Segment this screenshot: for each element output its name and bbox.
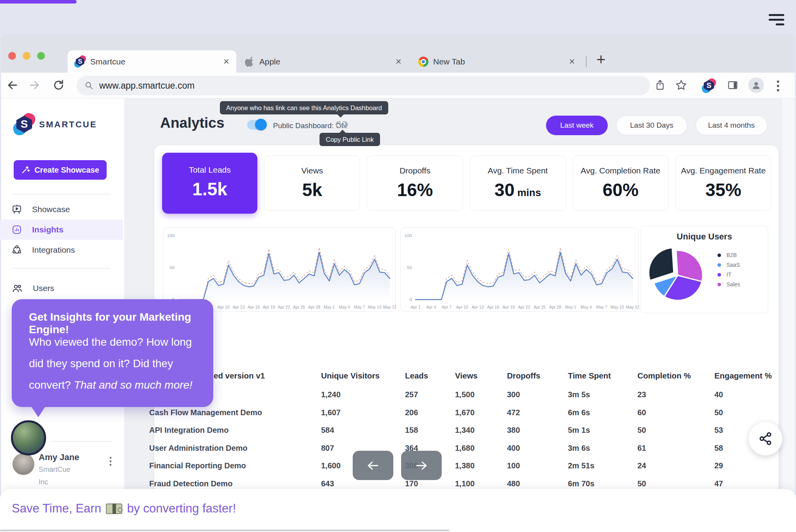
stat-card-views[interactable]: Views 5k bbox=[264, 155, 360, 211]
svg-text:Apr 22: Apr 22 bbox=[518, 305, 530, 309]
metric-cell: 472 bbox=[507, 408, 568, 417]
tab-smartcue[interactable]: S Smartcue × bbox=[68, 50, 236, 73]
stat-label: Avg. Engagement Rate bbox=[681, 166, 766, 175]
stat-value: 60% bbox=[603, 179, 639, 200]
tab-label: Smartcue bbox=[90, 57, 220, 66]
svg-text:May 1: May 1 bbox=[565, 305, 576, 309]
tab-label: New Tab bbox=[433, 57, 565, 66]
table-row[interactable]: API Integration Demo5841581,3403805m 1s5… bbox=[149, 421, 774, 439]
back-button[interactable] bbox=[4, 77, 21, 94]
unique-users-pie-card: Unique Users B2BSaaSITSales bbox=[641, 226, 768, 313]
forward-button[interactable] bbox=[26, 77, 43, 94]
reload-button[interactable] bbox=[50, 77, 67, 94]
address-bar[interactable]: www.app.smartcue.com bbox=[77, 76, 650, 95]
svg-text:Apr 4: Apr 4 bbox=[426, 305, 436, 309]
table-row[interactable]: Cash Flow Management Demo1,6072061,67047… bbox=[149, 404, 774, 422]
tab-new-tab[interactable]: New Tab × bbox=[411, 50, 582, 73]
minimize-window-icon[interactable] bbox=[23, 52, 30, 60]
insights-chart-icon bbox=[12, 225, 22, 235]
apple-logo-icon bbox=[245, 57, 255, 67]
legend-item: Sales bbox=[717, 281, 740, 287]
filter-last-4-months[interactable]: Last 4 months bbox=[696, 116, 767, 135]
next-arrow-button[interactable] bbox=[401, 451, 442, 480]
demo-name-cell: User Administration Demo bbox=[149, 444, 321, 453]
filter-last-30-days[interactable]: Last 30 Days bbox=[616, 116, 687, 135]
stat-label: Views bbox=[301, 166, 323, 175]
profile-divider bbox=[52, 441, 111, 442]
stat-label: Avg. Completion Rate bbox=[581, 166, 660, 175]
column-header: Completion % bbox=[637, 371, 714, 380]
user-avatar-photo[interactable] bbox=[11, 420, 46, 455]
metric-cell: 1,607 bbox=[321, 408, 405, 417]
table-row[interactable]: User Administration Demo8073641,6804003m… bbox=[149, 439, 774, 457]
copy-link-icon[interactable] bbox=[335, 118, 348, 131]
svg-text:50: 50 bbox=[170, 265, 175, 270]
tab-separator bbox=[586, 56, 587, 67]
top-progress-bar bbox=[0, 0, 77, 4]
public-dashboard-toggle[interactable] bbox=[247, 120, 266, 130]
sidebar-item-integrations[interactable]: Integrations bbox=[0, 240, 123, 260]
close-tab-icon[interactable]: × bbox=[223, 55, 229, 68]
table-row[interactable]: 1,2402571,5003003m 5s2340 bbox=[149, 386, 774, 404]
bookmark-star-icon[interactable] bbox=[673, 77, 690, 94]
filter-last-week[interactable]: Last week bbox=[546, 116, 608, 135]
maximize-window-icon[interactable] bbox=[37, 52, 45, 60]
close-tab-icon[interactable]: × bbox=[569, 55, 575, 68]
demo-name-cell: Cash Flow Management Demo bbox=[149, 408, 321, 417]
close-window-icon[interactable] bbox=[8, 52, 16, 60]
legend-label: Sales bbox=[726, 281, 740, 287]
popup-body: Who viewed the demo? How long did they s… bbox=[29, 331, 205, 396]
profile-menu-dots-icon[interactable] bbox=[109, 456, 112, 467]
share-page-icon[interactable] bbox=[651, 77, 669, 94]
sidebar-item-insights[interactable]: Insights bbox=[0, 220, 123, 240]
metric-cell: 643 bbox=[321, 479, 405, 488]
new-tab-button[interactable]: + bbox=[596, 51, 605, 68]
stat-card-avg-engagement-rate[interactable]: Avg. Engagement Rate 35% bbox=[675, 155, 771, 211]
legend-item: IT bbox=[717, 271, 740, 278]
svg-text:May 1: May 1 bbox=[324, 305, 335, 309]
smartcue-extension-icon[interactable]: S bbox=[702, 79, 716, 92]
table-row[interactable]: Financial Reporting Demo1,6003081,380100… bbox=[149, 457, 774, 475]
stat-card-dropoffs[interactable]: Dropoffs 16% bbox=[367, 155, 463, 211]
metric-cell: 2m 51s bbox=[568, 461, 637, 470]
share-nodes-icon bbox=[758, 431, 773, 446]
legend-dot bbox=[717, 254, 721, 257]
column-header: Leads bbox=[405, 371, 455, 380]
close-tab-icon[interactable]: × bbox=[396, 55, 402, 68]
stat-label: Dropoffs bbox=[400, 166, 430, 175]
svg-text:May 4: May 4 bbox=[339, 305, 350, 309]
svg-text:100: 100 bbox=[405, 233, 412, 238]
window-controls[interactable] bbox=[8, 52, 45, 60]
svg-text:Apr 13: Apr 13 bbox=[232, 305, 245, 309]
svg-text:Apr 19: Apr 19 bbox=[503, 305, 515, 309]
browser-profile-avatar[interactable] bbox=[748, 77, 764, 93]
create-showcase-button[interactable]: Create Showcase bbox=[14, 160, 107, 180]
share-fab-button[interactable] bbox=[749, 422, 782, 455]
profile-org-line2: Inc bbox=[39, 478, 48, 486]
metric-cell: 584 bbox=[321, 426, 405, 435]
demo-name-cell: Financial Reporting Demo bbox=[149, 461, 321, 470]
svg-text:May 10: May 10 bbox=[610, 305, 624, 309]
prev-arrow-button[interactable] bbox=[353, 451, 393, 480]
svg-text:Apr 16: Apr 16 bbox=[248, 305, 260, 309]
search-icon bbox=[84, 81, 94, 90]
pie-chart-title: Unique Users bbox=[641, 232, 768, 242]
sidebar-item-users[interactable]: Users bbox=[0, 278, 123, 298]
hamburger-menu-icon[interactable] bbox=[769, 14, 784, 25]
sidebar-divider bbox=[12, 194, 111, 195]
stat-card-total-leads[interactable]: Total Leads 1.5k bbox=[162, 153, 257, 214]
stat-card-avg-time-spent[interactable]: Avg. Time Spent 30 mins bbox=[470, 155, 566, 211]
arrow-right-icon bbox=[414, 459, 429, 472]
svg-text:Apr 28: Apr 28 bbox=[308, 305, 320, 309]
stat-card-avg-completion-rate[interactable]: Avg. Completion Rate 60% bbox=[573, 155, 669, 211]
create-showcase-label: Create Showcase bbox=[34, 166, 99, 175]
metric-cell: 1,340 bbox=[455, 426, 507, 435]
svg-text:May 13: May 13 bbox=[626, 305, 639, 309]
browser-menu-dots-icon[interactable] bbox=[776, 80, 780, 92]
sidebar-item-showcase[interactable]: Showcase bbox=[0, 199, 123, 220]
tab-apple[interactable]: Apple × bbox=[237, 50, 409, 73]
metric-cell: 1,680 bbox=[455, 444, 507, 453]
profile-avatar[interactable] bbox=[12, 453, 34, 475]
side-panel-icon[interactable] bbox=[724, 77, 741, 94]
stat-value: 5k bbox=[302, 179, 322, 200]
